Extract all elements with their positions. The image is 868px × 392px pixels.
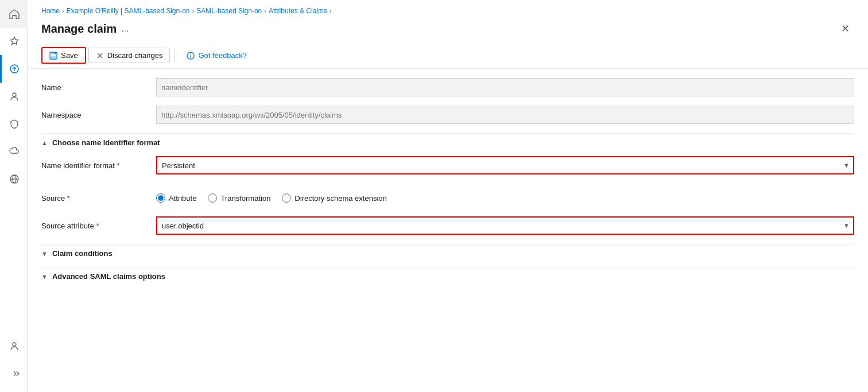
save-button[interactable]: Save bbox=[41, 47, 86, 64]
toolbar: Save Discard changes Got feedback? bbox=[28, 42, 868, 69]
name-input[interactable] bbox=[156, 78, 854, 96]
discard-icon bbox=[96, 52, 104, 60]
namespace-row: Namespace bbox=[41, 106, 854, 124]
source-attribute-dropdown-wrap: user.objectid user.userprincipalname use… bbox=[156, 216, 854, 235]
source-attribute-row: Source attribute * user.objectid user.us… bbox=[41, 216, 854, 235]
save-label: Save bbox=[61, 51, 78, 60]
save-icon bbox=[49, 52, 57, 60]
source-row: Source * Attribute Transformation Direct… bbox=[41, 189, 854, 207]
source-radio-attribute[interactable] bbox=[156, 193, 165, 203]
source-label: Source * bbox=[41, 194, 156, 203]
feedback-button[interactable]: Got feedback? bbox=[180, 48, 254, 63]
sidebar-icon-shield[interactable] bbox=[0, 110, 28, 138]
sidebar-icon-profile[interactable] bbox=[0, 332, 28, 360]
svg-rect-7 bbox=[51, 52, 55, 55]
source-option-attribute[interactable]: Attribute bbox=[156, 193, 196, 203]
source-option-directory[interactable]: Directory schema extension bbox=[282, 193, 386, 203]
name-id-format-row: Name identifier format * Persistent Emai… bbox=[41, 156, 854, 174]
feedback-icon bbox=[187, 52, 195, 60]
source-attribute-select[interactable]: user.objectid user.userprincipalname use… bbox=[156, 216, 854, 235]
sidebar-icon-globe[interactable] bbox=[0, 165, 28, 193]
toolbar-separator bbox=[175, 49, 175, 63]
main-content: Home › Example O'Reilly | SAML-based Sig… bbox=[28, 0, 868, 392]
breadcrumb-sep-2: › bbox=[192, 7, 195, 14]
svg-point-12 bbox=[191, 53, 192, 55]
sidebar-icon-cloud[interactable] bbox=[0, 138, 28, 165]
sidebar bbox=[0, 0, 28, 392]
breadcrumb-sep-1: › bbox=[62, 7, 64, 14]
source-radio-directory[interactable] bbox=[282, 193, 291, 203]
advanced-saml-section-header[interactable]: ▼ Advanced SAML claims options bbox=[41, 267, 854, 285]
source-transformation-label: Transformation bbox=[220, 194, 270, 203]
svg-point-5 bbox=[13, 343, 16, 346]
breadcrumb-saml-example[interactable]: Example O'Reilly | SAML-based Sign-on bbox=[67, 7, 190, 15]
svg-rect-8 bbox=[55, 52, 56, 54]
source-required-marker: * bbox=[67, 194, 70, 203]
sidebar-icon-home[interactable] bbox=[0, 0, 28, 28]
claim-conditions-section-header[interactable]: ▼ Claim conditions bbox=[41, 244, 854, 262]
more-options-icon[interactable]: ... bbox=[121, 24, 129, 34]
divider-1 bbox=[41, 184, 854, 184]
page-header: Manage claim ... ✕ bbox=[28, 17, 868, 42]
source-attr-required-marker: * bbox=[96, 222, 99, 230]
namespace-label: Namespace bbox=[41, 111, 156, 119]
required-marker: * bbox=[117, 161, 120, 170]
sidebar-bottom bbox=[0, 332, 28, 392]
breadcrumb-saml-signin[interactable]: SAML-based Sign-on bbox=[196, 7, 262, 15]
breadcrumb-attributes-claims[interactable]: Attributes & Claims bbox=[269, 7, 327, 15]
breadcrumb-sep-4: › bbox=[330, 7, 332, 14]
source-option-transformation[interactable]: Transformation bbox=[208, 193, 270, 203]
advanced-saml-title: Advanced SAML claims options bbox=[52, 272, 165, 281]
close-button[interactable]: ✕ bbox=[836, 20, 854, 38]
name-id-format-select[interactable]: Persistent Email address Unspecified Win… bbox=[156, 156, 854, 174]
source-attribute-label: Attribute bbox=[169, 194, 196, 203]
sidebar-top bbox=[0, 0, 28, 193]
sidebar-icon-users[interactable] bbox=[0, 83, 28, 110]
name-id-format-dropdown-wrap: Persistent Email address Unspecified Win… bbox=[156, 156, 854, 174]
namespace-input[interactable] bbox=[156, 106, 854, 124]
breadcrumb-sep-3: › bbox=[264, 7, 266, 14]
page-title: Manage claim bbox=[41, 22, 117, 36]
claim-conditions-title: Claim conditions bbox=[52, 249, 113, 258]
feedback-label: Got feedback? bbox=[198, 51, 247, 60]
breadcrumb-home[interactable]: Home bbox=[41, 7, 60, 15]
discard-label: Discard changes bbox=[107, 51, 163, 60]
source-attribute-label-field: Source attribute * bbox=[41, 222, 156, 230]
section-title-name-id-format: Choose name identifier format bbox=[52, 138, 160, 147]
discard-button[interactable]: Discard changes bbox=[88, 48, 170, 63]
claim-conditions-chevron: ▼ bbox=[41, 250, 48, 257]
breadcrumb: Home › Example O'Reilly | SAML-based Sig… bbox=[28, 0, 868, 17]
source-radio-group: Attribute Transformation Directory schem… bbox=[156, 193, 854, 203]
name-id-format-section-header[interactable]: ▲ Choose name identifier format bbox=[41, 133, 854, 152]
name-label: Name bbox=[41, 83, 156, 92]
sidebar-icon-expand[interactable] bbox=[0, 360, 28, 387]
sidebar-icon-deploy[interactable] bbox=[0, 55, 28, 83]
source-directory-label: Directory schema extension bbox=[294, 194, 386, 203]
sidebar-icon-favorites[interactable] bbox=[0, 28, 28, 55]
name-id-format-label: Name identifier format * bbox=[41, 161, 156, 170]
source-radio-transformation[interactable] bbox=[208, 193, 217, 203]
svg-point-1 bbox=[13, 93, 16, 96]
advanced-saml-chevron: ▼ bbox=[41, 273, 48, 280]
section-chevron-up: ▲ bbox=[41, 139, 48, 146]
form-content: Name Namespace ▲ Choose name identifier … bbox=[28, 69, 868, 299]
name-row: Name bbox=[41, 78, 854, 96]
